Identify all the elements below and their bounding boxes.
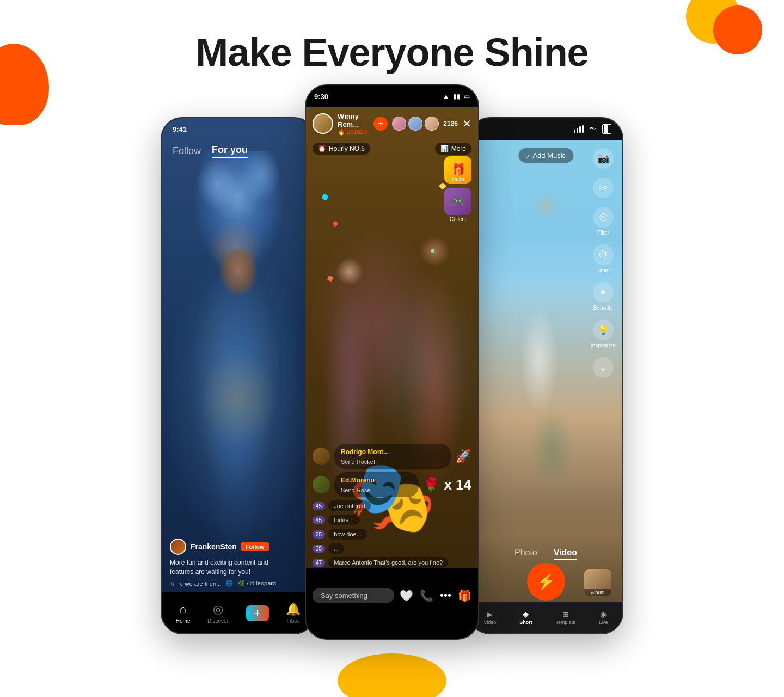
love-icon[interactable]: 🤍 [400, 589, 413, 602]
capture-button[interactable]: ⚡ [527, 563, 565, 601]
rodrigo-avatar [313, 448, 330, 465]
more-label: More [451, 145, 466, 152]
user-info-bottom: FrankenSten Follow More fun and exciting… [170, 539, 282, 587]
filter-icon: ⦾ [593, 207, 614, 228]
lightning-icon: ⚡ [536, 573, 555, 591]
streamer-info: Winny Rem... 🔥 231823 [338, 112, 369, 136]
ed-action: Send Rose [341, 487, 370, 493]
gift-items: 🎁 00:30 🎮 Collect [444, 156, 471, 222]
chat-text-4: ... [328, 543, 344, 554]
say-something-input[interactable]: Say something [313, 588, 394, 603]
status-icons-center: ▲ ▮▮ ▭ [328, 92, 470, 101]
chat-text-1: Joe entered [328, 500, 371, 511]
close-icon[interactable]: ✕ [462, 117, 471, 130]
follow-button[interactable]: Follow [241, 542, 269, 551]
live-icon: ◉ [600, 610, 607, 619]
nav-home[interactable]: ⌂ Home [176, 602, 191, 624]
signal-bar-3 [579, 126, 581, 133]
music-globe-icon: 🌐 [225, 580, 233, 587]
bottom-icons-center: 🤍 📞 ••• 🎁 [400, 589, 471, 602]
viewer-3 [425, 117, 439, 131]
rodrigo-action: Send Rocket [341, 458, 375, 465]
rocket-emoji: 🚀 [455, 449, 471, 464]
badge-1: 45 [313, 502, 325, 510]
expand-button[interactable]: ⌄ [593, 357, 614, 378]
add-music-label: Add Music [532, 151, 566, 160]
gift-icon-bottom[interactable]: 🎁 [458, 589, 471, 602]
phone-icon[interactable]: 📞 [420, 589, 433, 602]
beautify-button[interactable]: ✦ Beautify [593, 282, 614, 311]
badge-5: 47 [313, 559, 325, 567]
viewer-1 [392, 117, 406, 131]
video-option[interactable]: Video [554, 548, 577, 560]
badge-3: 25 [313, 530, 325, 539]
chat-msg-4: 35 ... [313, 543, 471, 554]
viewer-avatars [392, 117, 439, 131]
gift-1[interactable]: 🎁 00:30 [444, 156, 471, 184]
inspiration-button[interactable]: 💡 Inspiration [591, 320, 616, 348]
gift-collect[interactable]: 🎮 Collect [444, 188, 471, 222]
inspiration-icon: 💡 [593, 320, 614, 340]
phone-left-screen: 9:41 Follow For you FrankenSten [162, 118, 315, 633]
album-thumbnail[interactable]: Album [584, 569, 611, 596]
status-bar-right: 〜 ▊ [469, 118, 622, 140]
user-name-row: FrankenSten Follow [170, 539, 282, 555]
rose-emoji: 🌹 [423, 477, 439, 492]
bottom-bar-center: Say something 🤍 📞 ••• 🎁 [306, 573, 478, 639]
confetti-4 [431, 249, 434, 253]
home-icon: ⌂ [179, 602, 186, 616]
battery-icon: ▭ [464, 93, 470, 100]
menu-icon[interactable]: ••• [440, 589, 451, 602]
nav-follow[interactable]: Follow [173, 145, 201, 157]
nav-video-right[interactable]: ▶ Video [483, 610, 496, 625]
add-music-button[interactable]: ♪ Add Music [518, 148, 573, 163]
badge-2: 45 [313, 516, 325, 524]
nav-discover[interactable]: ◎ Discover [207, 602, 229, 624]
username: FrankenSten [191, 542, 237, 551]
nav-template-right[interactable]: ⊞ Template [556, 610, 576, 625]
collect-label: Collect [450, 216, 467, 222]
effects-button[interactable]: ✂ [593, 178, 614, 198]
fire-icon: 🔥 [338, 129, 345, 135]
costume-visual [183, 331, 293, 467]
say-something-bar: Say something 🤍 📞 ••• 🎁 [313, 588, 471, 603]
video-label: Video [483, 620, 496, 625]
filter-button[interactable]: ⦾ Filter [593, 207, 614, 236]
nav-create-button[interactable]: + [246, 605, 269, 621]
template-label: Template [556, 620, 576, 625]
capture-circle: ⚡ [527, 563, 565, 601]
nav-inbox[interactable]: 🔔 Inbox [286, 602, 301, 624]
streamer-followers: 231823 [347, 129, 367, 135]
content-area-left [162, 140, 315, 592]
follow-streamer-button[interactable]: + [373, 117, 388, 131]
chart-icon: 📊 [440, 145, 449, 152]
rose-count: x 14 [444, 476, 471, 493]
phones-container: 9:41 Follow For you FrankenSten [161, 84, 623, 640]
inspiration-label: Inspiration [591, 343, 616, 348]
nav-live-right[interactable]: ◉ Live [599, 610, 608, 625]
bottom-nav-left: ⌂ Home ◎ Discover + 🔔 Inbox [162, 592, 315, 633]
chat-msg-1: 45 Joe entered [313, 500, 471, 511]
short-label: Short [519, 620, 532, 625]
nav-short-right[interactable]: ◈ Short [519, 610, 532, 625]
badge-4: 35 [313, 545, 325, 553]
chat-messages: Rodrigo Mont... Send Rocket 🚀 Ed.Moreno … [306, 444, 478, 568]
streamer-avatar [313, 113, 333, 134]
rocket-notification: Rodrigo Mont... Send Rocket 🚀 [313, 444, 471, 469]
inbox-icon: 🔔 [286, 602, 301, 616]
photo-option[interactable]: Photo [514, 548, 537, 560]
viewer-count: 2126 [443, 120, 458, 127]
collect-box: 🎮 [444, 188, 471, 215]
more-button[interactable]: 📊 More [435, 143, 471, 155]
rose-notif-text: Ed.Moreno Send Rose [334, 472, 419, 497]
streamer-name: Winny Rem... [338, 112, 369, 129]
live-label: Live [599, 620, 608, 625]
music-track1: ♫ we are frien... [179, 580, 221, 587]
flip-camera-button[interactable]: 📷 [593, 148, 614, 169]
template-icon: ⊞ [562, 610, 569, 619]
timer-button[interactable]: ⏱ Timer [593, 244, 614, 273]
nav-foryou[interactable]: For you [212, 144, 248, 158]
viewer-2 [408, 117, 422, 131]
music-note-icon: ♫ [170, 580, 174, 587]
home-label: Home [176, 618, 191, 624]
